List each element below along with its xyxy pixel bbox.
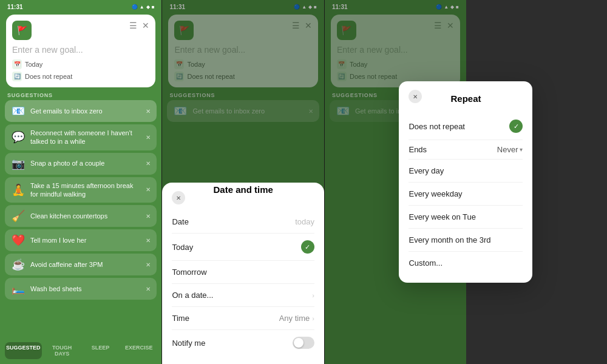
suggestion-text-0: Get emails to inbox zero (30, 107, 141, 115)
every-month-row[interactable]: Every month on the 3rd (409, 229, 523, 252)
suggestion-text-1: Reconnect with someone I haven't talked … (30, 129, 141, 146)
suggestions-list-1: 📧 Get emails to inbox zero ✕ 💬 Reconnect… (0, 100, 161, 339)
custom-label: Custom... (409, 258, 443, 268)
suggestion-close-1[interactable]: ✕ (146, 134, 151, 141)
suggestion-mom[interactable]: ❤️ Tell mom I love her ✕ (5, 229, 157, 251)
every-day-label: Every day (409, 166, 444, 175)
close-icon-1[interactable]: ✕ (142, 21, 149, 30)
tab-sleep[interactable]: SLEEP (83, 342, 118, 359)
every-month-label: Every month on the 3rd (409, 235, 490, 244)
suggestion-emoji-0: 📧 (11, 104, 25, 118)
datetime-close-btn[interactable]: ✕ (172, 191, 185, 204)
every-weekday-row[interactable]: Every weekday (409, 183, 523, 206)
suggestion-text-4: Clean kitchen countertops (30, 212, 141, 220)
on-a-date-row[interactable]: On a date... › (172, 284, 314, 307)
suggestion-close-7[interactable]: ✕ (146, 286, 151, 292)
suggestion-close-2[interactable]: ✕ (146, 160, 151, 167)
bottom-tabs-1: SUGGESTED TOUGH DAYS SLEEP EXERCISE (0, 339, 161, 364)
tab-suggested[interactable]: SUGGESTED (5, 342, 42, 359)
ends-dropdown-icon[interactable]: ▾ (520, 146, 523, 153)
status-bar-1: 11:31 🔵▲◆■ (0, 0, 161, 12)
notify-row[interactable]: Notify me (172, 330, 314, 356)
time-value: Any time › (279, 314, 314, 323)
flag-icon-1: 🚩 (12, 21, 32, 40)
phone-panel-3: 11:31 🔵▲◆■ 🚩 ☰ ✕ Enter a new goal... 📅 T… (325, 0, 607, 364)
suggestion-text-7: Wash bed sheets (30, 285, 141, 293)
on-a-date-label: On a date... (172, 291, 213, 300)
repeat-title: Repeat (422, 93, 509, 104)
suggestion-text-3: Take a 15 minutes afternoon break for mi… (30, 181, 141, 199)
status-time-1: 11:31 (7, 4, 23, 10)
suggestion-text-5: Tell mom I love her (30, 236, 141, 244)
suggestion-kitchen[interactable]: 🧹 Clean kitchen countertops ✕ (5, 205, 157, 227)
ends-row[interactable]: Ends Never ▾ (409, 140, 523, 160)
suggestion-close-3[interactable]: ✕ (146, 186, 151, 193)
suggestion-sheets[interactable]: 🛏️ Wash bed sheets ✕ (5, 278, 157, 300)
does-not-repeat-check: ✓ (509, 120, 523, 133)
chevron-right-icon: › (312, 292, 314, 299)
suggestion-text-2: Snap a photo of a couple (30, 159, 141, 167)
date-label: Date (172, 217, 188, 226)
tab-exercise[interactable]: EXERCISE (121, 342, 157, 359)
tomorrow-label: Tomorrow (172, 268, 206, 277)
calendar-icon-1: 📅 (12, 59, 22, 69)
suggestion-emoji-1: 💬 (11, 130, 25, 144)
suggestion-emoji-7: 🛏️ (11, 282, 25, 295)
menu-icon-1[interactable]: ☰ (129, 21, 137, 30)
every-day-row[interactable]: Every day (409, 160, 523, 183)
repeat-close-btn[interactable]: ✕ (409, 90, 422, 103)
suggestion-walking[interactable]: 🧘 Take a 15 minutes afternoon break for … (5, 177, 157, 203)
goal-card-1[interactable]: 🚩 ☰ ✕ Enter a new goal... 📅 Today 🔄 Does… (6, 15, 155, 87)
date-meta-1[interactable]: 📅 Today (12, 59, 149, 69)
suggestion-close-4[interactable]: ✕ (146, 213, 151, 220)
datetime-modal: ✕ Date and time Date today Today ✓ Tomor… (162, 183, 324, 364)
does-not-repeat-row[interactable]: Does not repeat ✓ (409, 113, 523, 140)
suggestion-emoji-4: 🧹 (11, 209, 25, 223)
suggestion-caffeine[interactable]: ☕ Avoid caffeine after 3PM ✕ (5, 254, 157, 275)
ends-label: Ends (409, 145, 427, 154)
time-row[interactable]: Time Any time › (172, 307, 314, 330)
toggle-thumb (294, 338, 304, 348)
suggestions-label-1: SUGGESTIONS (0, 90, 161, 100)
tab-tough-days[interactable]: TOUGH DAYS (44, 342, 80, 359)
suggestion-emails[interactable]: 📧 Get emails to inbox zero ✕ (5, 100, 157, 122)
every-week-tue-row[interactable]: Every week on Tue (409, 206, 523, 229)
today-label: Today (172, 243, 193, 252)
repeat-meta-1[interactable]: 🔄 Does not repeat (12, 72, 149, 81)
every-weekday-label: Every weekday (409, 189, 462, 198)
every-week-tue-label: Every week on Tue (409, 212, 476, 221)
suggestion-close-0[interactable]: ✕ (146, 108, 151, 115)
suggestion-text-6: Avoid caffeine after 3PM (30, 260, 141, 269)
notify-toggle[interactable] (293, 337, 314, 349)
suggestion-emoji-3: 🧘 (11, 183, 25, 197)
goal-input-1[interactable]: Enter a new goal... (12, 45, 149, 55)
suggestion-reconnect[interactable]: 💬 Reconnect with someone I haven't talke… (5, 124, 157, 150)
datetime-title: Date and time (214, 184, 273, 195)
suggestion-close-6[interactable]: ✕ (146, 261, 151, 268)
custom-row[interactable]: Custom... (409, 252, 523, 274)
tomorrow-row[interactable]: Tomorrow (172, 261, 314, 284)
today-row[interactable]: Today ✓ (172, 234, 314, 261)
suggestion-emoji-2: 📷 (11, 157, 25, 170)
status-icons-1: 🔵▲◆■ (132, 4, 155, 10)
suggestion-emoji-5: ❤️ (11, 234, 25, 247)
does-not-repeat-label: Does not repeat (409, 122, 465, 131)
notify-label: Notify me (172, 339, 205, 348)
phone-panel-1: 11:31 🔵▲◆■ 🚩 ☰ ✕ Enter a new goal... 📅 T… (0, 0, 161, 364)
suggestion-emoji-6: ☕ (11, 258, 25, 271)
ends-value: Never ▾ (497, 145, 523, 154)
repeat-modal: ✕ Repeat Does not repeat ✓ Ends Never ▾ … (399, 81, 532, 283)
today-check: ✓ (301, 240, 314, 254)
suggestion-photo[interactable]: 📷 Snap a photo of a couple ✕ (5, 153, 157, 175)
repeat-icon-1: 🔄 (12, 72, 22, 81)
time-label: Time (172, 314, 189, 323)
suggestion-close-5[interactable]: ✕ (146, 237, 151, 244)
time-chevron-icon: › (312, 315, 314, 322)
phone-panel-2: 11:31 🔵▲◆■ 🚩 ☰ ✕ Enter a new goal... 📅 T… (162, 0, 324, 364)
date-row: Date today (172, 211, 314, 234)
date-value: today (295, 217, 314, 226)
